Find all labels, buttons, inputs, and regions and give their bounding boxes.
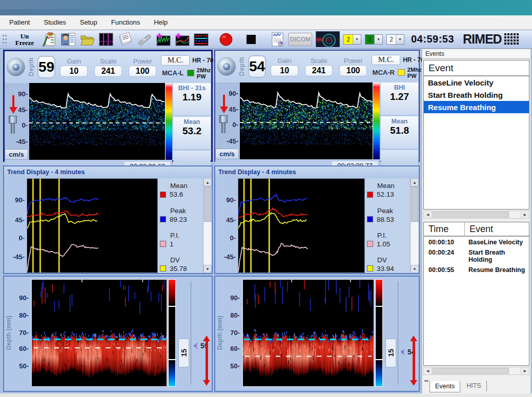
probe-pen-button[interactable] bbox=[136, 32, 152, 47]
gate-cursor-icon bbox=[193, 343, 198, 349]
mc-button[interactable]: M.C. bbox=[161, 55, 190, 66]
depth-range-arrow[interactable] bbox=[203, 336, 211, 386]
toolbar-grip[interactable] bbox=[2, 33, 7, 46]
add-spectrum-icon bbox=[155, 32, 171, 47]
gate-range-box[interactable]: 15 bbox=[178, 339, 189, 367]
add-trend-window-button[interactable] bbox=[174, 32, 190, 47]
trend-scrollbar[interactable]: ▲ ▼ bbox=[410, 178, 419, 273]
event-list-item-selected[interactable]: Resume Breathing bbox=[424, 101, 529, 113]
event-list-item[interactable]: Start Breath Holding bbox=[424, 89, 529, 101]
scroll-up-icon[interactable]: ▲ bbox=[411, 178, 419, 186]
legend-value: 52.13 bbox=[377, 191, 394, 198]
table-header-event[interactable]: Event bbox=[465, 222, 529, 236]
bhi-label: BHI bbox=[381, 84, 418, 91]
unit-button[interactable]: cm/s bbox=[215, 149, 239, 159]
menu-studies[interactable]: Studies bbox=[44, 18, 66, 26]
tab-events[interactable]: Events bbox=[429, 381, 460, 392]
checklist-icon bbox=[42, 32, 57, 47]
grid-display-button[interactable] bbox=[98, 32, 114, 47]
power-value[interactable]: 100 bbox=[339, 65, 367, 76]
gate-pin-icon[interactable] bbox=[219, 115, 229, 136]
scroll-left-icon[interactable]: ◄ bbox=[424, 211, 432, 218]
gain-label: Gain bbox=[277, 57, 291, 65]
exam-checklist-button[interactable] bbox=[42, 32, 57, 47]
scroll-thumb[interactable] bbox=[411, 186, 418, 222]
trend-scrollbar[interactable]: ▲ ▼ bbox=[203, 178, 212, 273]
unfreeze-button[interactable]: Un Freeze bbox=[11, 31, 38, 48]
stop-icon bbox=[243, 32, 259, 47]
m-mode-display-button[interactable] bbox=[193, 32, 209, 47]
depth-axis-label: Depth (mm) bbox=[5, 279, 14, 387]
chevron-down-icon[interactable]: ▼ bbox=[353, 35, 361, 44]
table-row[interactable]: 00:00:24 Start Breath Holding bbox=[424, 247, 529, 264]
scroll-track[interactable] bbox=[411, 186, 419, 265]
event-list-hscrollbar[interactable]: ◄ ► bbox=[423, 211, 529, 219]
mmode-panel-left: Depth (mm) 90- 80- 70- 60- 50- 15 59 bbox=[3, 276, 213, 392]
speaker-icon[interactable] bbox=[217, 57, 236, 76]
menu-setup[interactable]: Setup bbox=[80, 18, 97, 26]
table-row[interactable]: 00:00:55 Resume Breathing bbox=[424, 264, 529, 275]
channel-select-2[interactable]: 2 ▼ bbox=[365, 34, 383, 45]
channel-select-3[interactable]: 2 ▼ bbox=[386, 34, 404, 45]
power-label: Power bbox=[344, 57, 363, 65]
gate-pin-icon[interactable] bbox=[9, 116, 18, 136]
scroll-right-icon[interactable]: ► bbox=[521, 367, 529, 374]
depth-label: Depth bbox=[28, 57, 35, 76]
mean-box: Mean 51.8 bbox=[381, 116, 418, 149]
gate-range-box[interactable]: 15 bbox=[385, 339, 396, 367]
open-study-button[interactable] bbox=[79, 32, 95, 47]
dicom-button[interactable]: DICOM bbox=[289, 33, 312, 46]
scroll-track[interactable] bbox=[432, 211, 521, 218]
baseline-arrow-icon[interactable] bbox=[220, 95, 228, 114]
depth-range-arrow[interactable] bbox=[410, 336, 418, 386]
scale-value[interactable]: 241 bbox=[94, 66, 122, 77]
stop-button[interactable] bbox=[243, 32, 259, 47]
chevron-down-icon[interactable]: ▼ bbox=[374, 35, 382, 44]
legend-value: 1.05 bbox=[377, 240, 390, 248]
scroll-down-icon[interactable]: ▼ bbox=[203, 265, 212, 273]
depth-value[interactable]: 59 bbox=[37, 56, 55, 78]
scroll-left-icon[interactable]: ◄ bbox=[424, 367, 432, 374]
scroll-down-icon[interactable]: ▼ bbox=[411, 265, 419, 273]
vessel-label: MCA-R bbox=[372, 69, 395, 76]
record-button[interactable] bbox=[218, 32, 234, 47]
channel-select-1[interactable]: 2 ▼ bbox=[343, 34, 361, 45]
patient-info-button[interactable] bbox=[60, 32, 76, 47]
gain-value[interactable]: 10 bbox=[60, 66, 88, 77]
scroll-thumb[interactable] bbox=[433, 368, 509, 374]
patient-icon bbox=[60, 32, 76, 47]
scroll-thumb[interactable] bbox=[204, 186, 211, 222]
table-hscrollbar[interactable]: ◄ ► bbox=[423, 367, 529, 375]
legend-label: DV bbox=[377, 256, 408, 264]
mc-button[interactable]: M.C. bbox=[372, 55, 400, 65]
table-row[interactable]: 00:00:10 BaseLine Velocity bbox=[424, 237, 529, 247]
unit-button[interactable]: cm/s bbox=[5, 149, 28, 160]
table-header-time[interactable]: Time bbox=[424, 222, 465, 236]
event-list-item[interactable]: BaseLine Velocity bbox=[424, 76, 529, 89]
speaker-icon[interactable] bbox=[7, 58, 25, 76]
scroll-thumb[interactable] bbox=[433, 212, 509, 218]
scroll-right-icon[interactable]: ► bbox=[521, 211, 529, 218]
tab-hits[interactable]: HITS bbox=[461, 381, 486, 391]
legend-value: 89.23 bbox=[170, 216, 187, 223]
menu-functions[interactable]: Functions bbox=[111, 18, 140, 26]
depth-value[interactable]: 54 bbox=[248, 55, 266, 78]
power-value[interactable]: 100 bbox=[129, 66, 156, 77]
menu-patient[interactable]: Patient bbox=[9, 18, 30, 26]
report-button[interactable] bbox=[270, 32, 285, 47]
axis-tick: 70- bbox=[230, 329, 240, 337]
scroll-track[interactable] bbox=[432, 367, 521, 374]
trend-body: 90- 45- 0- -45- Mean 53.6 Peak 89.23 bbox=[4, 178, 212, 273]
scale-value[interactable]: 241 bbox=[305, 65, 333, 76]
probe-target-button[interactable] bbox=[316, 31, 340, 47]
chevron-down-icon[interactable]: ▼ bbox=[396, 35, 404, 44]
menu-help[interactable]: Help bbox=[154, 18, 168, 26]
protocol-notes-button[interactable] bbox=[117, 32, 133, 47]
trend-legend-left: Mean 53.6 Peak 89.23 P.I. 1 DV bbox=[158, 178, 203, 273]
add-spectrum-window-button[interactable] bbox=[155, 32, 171, 47]
scroll-up-icon[interactable]: ▲ bbox=[203, 178, 212, 186]
legend-swatch bbox=[367, 265, 373, 271]
gain-value[interactable]: 10 bbox=[271, 65, 298, 76]
scroll-track[interactable] bbox=[203, 186, 212, 265]
baseline-arrow-icon[interactable] bbox=[9, 95, 17, 115]
